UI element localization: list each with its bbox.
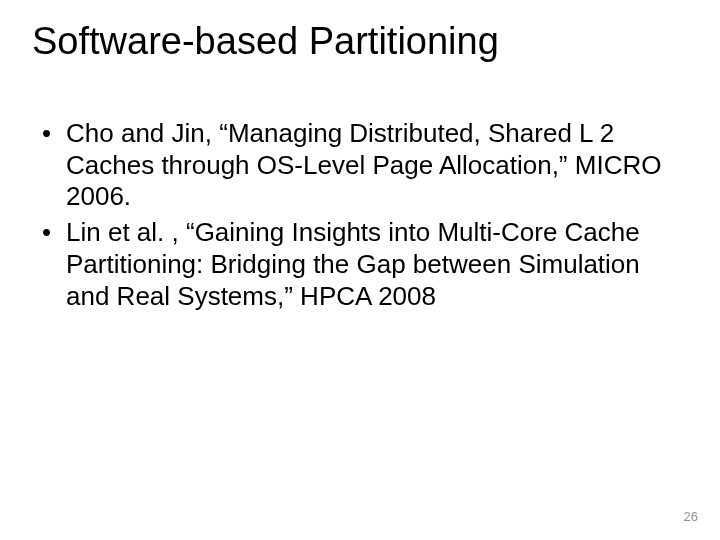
bullet-item: Cho and Jin, “Managing Distributed, Shar… xyxy=(40,118,680,213)
citation-authors: Cho and Jin, xyxy=(66,118,219,148)
bullet-item: Lin et al. , “Gaining Insights into Mult… xyxy=(40,217,680,312)
open-quote: “ xyxy=(186,217,195,247)
close-quote: ” xyxy=(559,150,568,180)
slide-title: Software-based Partitioning xyxy=(32,20,499,63)
slide-body: Cho and Jin, “Managing Distributed, Shar… xyxy=(40,118,680,316)
open-quote: “ xyxy=(219,118,228,148)
slide: Software-based Partitioning Cho and Jin,… xyxy=(0,0,720,540)
citation-authors: Lin et al. , xyxy=(66,217,186,247)
bullet-list: Cho and Jin, “Managing Distributed, Shar… xyxy=(40,118,680,312)
close-quote: ” xyxy=(284,281,293,311)
citation-venue: HPCA 2008 xyxy=(293,281,436,311)
page-number: 26 xyxy=(684,509,698,524)
